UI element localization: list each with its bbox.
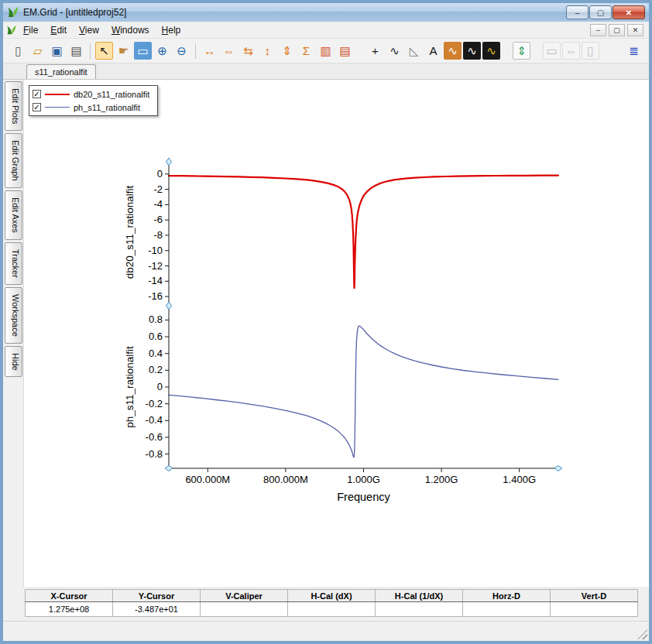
sidebar-tab-tracker[interactable]: Tracker bbox=[5, 242, 22, 285]
sidebar-tab-edit-graph[interactable]: Edit Graph bbox=[5, 133, 22, 188]
cursor-table-header-cell: H-Cal (dX) bbox=[288, 590, 376, 602]
save-icon[interactable]: ▣ bbox=[48, 42, 66, 60]
frequency-axis-label: Frequency bbox=[337, 491, 390, 503]
content: Edit PlotsEdit GraphEdit AxesTrackerWork… bbox=[3, 80, 649, 587]
arrange-windows-icon[interactable]: ≣ bbox=[625, 42, 643, 60]
horizontal-marker-icon[interactable]: ▤ bbox=[336, 42, 354, 60]
legend-checkbox[interactable]: ✓ bbox=[33, 90, 41, 98]
cursor-table-value-cell bbox=[201, 602, 288, 617]
window-controls: –▢✕ bbox=[566, 5, 645, 19]
mdi-restore-button[interactable]: ▢ bbox=[609, 24, 625, 36]
y-tick-label: 0 bbox=[157, 381, 163, 392]
mdi-minimize-button[interactable]: – bbox=[590, 24, 606, 36]
expand-y-axis-icon[interactable]: ⇕ bbox=[278, 42, 296, 60]
fit-x-axis-icon[interactable]: ↔ bbox=[201, 42, 218, 60]
toolbar-separator bbox=[195, 43, 196, 59]
legend-item: ✓ph_s11_rationalfit bbox=[33, 101, 149, 113]
document-icon bbox=[6, 25, 17, 36]
axis-handle-diamond[interactable] bbox=[165, 466, 173, 471]
legend-label: db20_s11_rationalfit bbox=[74, 90, 149, 99]
pan-tool-icon[interactable]: ☛ bbox=[115, 42, 132, 60]
app-window: EM.Grid - [untitledproj52] –▢✕ FileEditV… bbox=[0, 0, 652, 644]
y-tick-label: -0.8 bbox=[146, 448, 163, 460]
pan-x-icon[interactable]: ⇔ bbox=[562, 42, 580, 60]
close-button[interactable]: ✕ bbox=[613, 5, 645, 19]
maximize-button[interactable]: ▢ bbox=[589, 5, 612, 19]
cursor-table: X-CursorY-CursorV-CaliperH-Cal (dX)H-Cal… bbox=[25, 589, 638, 617]
fit-y-axis-icon[interactable]: ↕ bbox=[259, 42, 276, 60]
expand-x-axis-icon[interactable]: ⇔ bbox=[220, 42, 238, 60]
y-tick-label: 0 bbox=[157, 168, 163, 180]
cursor-table-header-cell: X-Cursor bbox=[26, 590, 113, 602]
cursor-table-header-cell: V-Caliper bbox=[201, 590, 288, 602]
y-tick-label: -0.2 bbox=[146, 398, 163, 409]
statusbar bbox=[3, 621, 649, 641]
sidebar-tab-edit-axes[interactable]: Edit Axes bbox=[5, 190, 22, 240]
mdi-window-controls: –▢✕ bbox=[590, 24, 646, 36]
y-axis-label: ph_s11_rationalfit bbox=[124, 346, 136, 428]
plot-area[interactable]: 0-2-4-6-8-10-12-14-16db20_s11_rationalfi… bbox=[113, 156, 593, 505]
legend-checkbox[interactable]: ✓ bbox=[33, 103, 41, 111]
open-folder-icon[interactable]: ▱ bbox=[29, 42, 46, 60]
tracker-axes-icon[interactable]: ∿ bbox=[386, 42, 403, 60]
print-icon[interactable]: ▤ bbox=[67, 42, 85, 60]
menubar: FileEditViewWindowsHelp –▢✕ bbox=[3, 22, 649, 39]
menu-view[interactable]: View bbox=[73, 22, 105, 38]
autoscale-icon[interactable]: Σ bbox=[297, 42, 315, 60]
legend-line-sample bbox=[45, 94, 70, 95]
cursor-table-value-cell: -3.487e+01 bbox=[113, 602, 201, 617]
resize-grip[interactable] bbox=[637, 629, 647, 639]
series-db20_s11_rationalfit bbox=[169, 176, 558, 289]
new-document-icon[interactable]: ▯ bbox=[9, 42, 27, 60]
cursor-table-header-cell: Vert-D bbox=[551, 590, 638, 602]
zoom-extents-icon[interactable]: ▭ bbox=[543, 42, 561, 60]
legend-label: ph_s11_rationalfit bbox=[74, 103, 140, 112]
y-tick-label: -2 bbox=[153, 183, 163, 195]
y-tick-label: -6 bbox=[153, 214, 163, 225]
spectrum-plot-icon[interactable]: ∿ bbox=[482, 42, 500, 60]
vertical-marker-icon[interactable]: ▥ bbox=[317, 42, 335, 60]
snapshot-icon[interactable]: ▯ bbox=[582, 42, 599, 60]
zoom-in-icon[interactable]: ⊕ bbox=[153, 42, 171, 60]
axis-handle-diamond[interactable] bbox=[166, 158, 172, 166]
waveform-plot-icon[interactable]: ∿ bbox=[463, 42, 481, 60]
toolbar-separator bbox=[90, 43, 91, 59]
y-tick-label: -0.4 bbox=[146, 414, 163, 426]
app-icon bbox=[7, 6, 19, 19]
fit-plot-icon[interactable]: ⇕ bbox=[513, 42, 530, 60]
menu-windows[interactable]: Windows bbox=[105, 22, 156, 38]
sidebar-tab-hide[interactable]: Hide bbox=[5, 346, 22, 378]
axis-handle-diamond[interactable] bbox=[554, 466, 562, 471]
x-tick-label: 1.000G bbox=[347, 474, 380, 485]
y-tick-label: -10 bbox=[148, 245, 163, 256]
compress-x-axis-icon[interactable]: ⇆ bbox=[239, 42, 257, 60]
x-tick-label: 1.400G bbox=[503, 474, 536, 485]
zoom-region-icon[interactable]: ▭ bbox=[134, 42, 152, 60]
colormap-plot-icon[interactable]: ∿ bbox=[444, 42, 462, 60]
titlebar[interactable]: EM.Grid - [untitledproj52] –▢✕ bbox=[3, 3, 649, 22]
minimize-button[interactable]: – bbox=[566, 5, 589, 19]
zoom-out-icon[interactable]: ⊖ bbox=[173, 42, 190, 60]
sidebar-tab-workspace[interactable]: Workspace bbox=[5, 287, 22, 344]
add-marker-icon[interactable]: + bbox=[366, 42, 384, 60]
tab-s11-rationalfit[interactable]: s11_rationalfit bbox=[26, 64, 96, 79]
cursor-table-value-cell bbox=[463, 602, 551, 617]
x-tick-label: 600.000M bbox=[185, 474, 230, 485]
y-tick-label: 0.6 bbox=[149, 331, 163, 342]
menu-file[interactable]: File bbox=[17, 22, 44, 38]
y-tick-label: -0.6 bbox=[146, 431, 163, 443]
axis-handle-diamond[interactable] bbox=[166, 302, 172, 310]
cursor-table-area: X-CursorY-CursorV-CaliperH-Cal (dX)H-Cal… bbox=[3, 587, 649, 621]
series-ph_s11_rationalfit bbox=[169, 326, 558, 457]
slope-marker-icon[interactable]: ◺ bbox=[405, 42, 423, 60]
menu-edit[interactable]: Edit bbox=[44, 22, 73, 38]
y-tick-label: 0.2 bbox=[149, 364, 163, 375]
cursor-table-header-cell: H-Cal (1/dX) bbox=[376, 590, 463, 602]
menu-help[interactable]: Help bbox=[156, 22, 187, 38]
sidebar-tab-edit-plots[interactable]: Edit Plots bbox=[5, 81, 22, 131]
y-tick-label: 0.4 bbox=[149, 348, 163, 359]
text-label-icon[interactable]: A bbox=[424, 42, 442, 60]
mdi-close-button[interactable]: ✕ bbox=[627, 24, 643, 36]
plot-pane-ph_s11_rationalfit: 0.80.60.40.20-0.2-0.4-0.6-0.8ph_s11_rati… bbox=[124, 313, 558, 459]
select-tool-icon[interactable]: ↖ bbox=[95, 42, 113, 60]
